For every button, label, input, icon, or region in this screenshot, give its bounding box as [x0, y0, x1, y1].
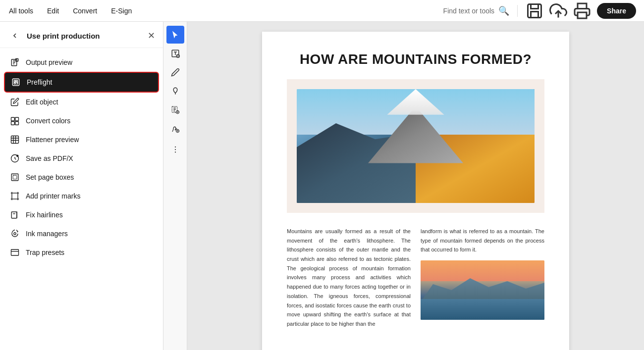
menu-item-save-pdf-x[interactable]: Save as PDF/X	[4, 149, 159, 168]
menu-label-save-pdf-x: Save as PDF/X	[26, 154, 73, 162]
toolbar	[163, 22, 187, 350]
main-layout: Use print production ✕ Output preview Pr…	[0, 22, 644, 350]
svg-rect-8	[11, 122, 15, 125]
doc-paragraph-1: Mountains are usually formed as a result…	[287, 227, 411, 329]
svg-rect-14	[13, 175, 17, 179]
small-mountain-image	[421, 260, 544, 320]
svg-rect-24	[11, 212, 17, 218]
print-icon[interactable]	[573, 2, 591, 20]
menu-label-set-page-boxes: Set page boxes	[26, 173, 74, 181]
menu-item-trap-presets[interactable]: Trap presets	[4, 243, 159, 262]
svg-rect-5	[12, 79, 19, 86]
sidebar: Use print production ✕ Output preview Pr…	[0, 22, 163, 350]
nav-convert[interactable]: Convert	[72, 5, 98, 17]
menu-item-preflight[interactable]: Preflight	[4, 72, 159, 93]
preflight-icon	[11, 77, 21, 87]
nav-edit[interactable]: Edit	[46, 5, 60, 17]
menu-item-set-page-boxes[interactable]: Set page boxes	[4, 168, 159, 187]
doc-column-left: Mountains are usually formed as a result…	[287, 227, 411, 329]
tool-text-select[interactable]	[166, 101, 184, 119]
search-area[interactable]: Find text or tools 🔍	[443, 5, 510, 16]
tool-add-text[interactable]	[166, 45, 184, 62]
menu-label-add-printer-marks: Add printer marks	[26, 192, 80, 200]
menu-label-output-preview: Output preview	[26, 58, 72, 66]
menu-item-output-preview[interactable]: Output preview	[4, 53, 159, 72]
top-nav: All tools Edit Convert E-Sign Find text …	[0, 0, 644, 22]
menu-label-trap-presets: Trap presets	[26, 249, 64, 256]
tool-select[interactable]	[166, 26, 184, 44]
upload-icon[interactable]	[549, 2, 567, 20]
menu-item-edit-object[interactable]: Edit object	[4, 93, 159, 111]
nav-divider	[517, 5, 518, 17]
menu-label-convert-colors: Convert colors	[26, 117, 70, 125]
svg-rect-2	[578, 12, 587, 18]
svg-rect-7	[15, 117, 19, 121]
set-page-boxes-icon	[10, 172, 20, 182]
tool-pencil[interactable]	[166, 63, 184, 81]
fix-hairlines-icon	[10, 210, 20, 220]
ink-managers-icon	[10, 229, 20, 239]
sidebar-title: Use print production	[27, 32, 100, 40]
tool-more[interactable]	[166, 141, 184, 158]
menu-label-flattener-preview: Flattener preview	[26, 136, 79, 144]
menu-item-flattener-preview[interactable]: Flattener preview	[4, 130, 159, 149]
hero-image-container	[287, 79, 544, 213]
nav-left: All tools Edit Convert E-Sign	[8, 5, 133, 17]
doc-title: HOW ARE MOUNTAINS FORMED?	[287, 51, 544, 67]
svg-point-35	[174, 147, 175, 148]
svg-rect-15	[12, 193, 18, 199]
nav-esign[interactable]: E-Sign	[110, 5, 133, 17]
edit-object-icon	[10, 97, 20, 107]
convert-colors-icon	[10, 116, 20, 126]
menu-item-add-printer-marks[interactable]: Add printer marks	[4, 187, 159, 205]
save-pdf-x-icon	[10, 153, 20, 163]
search-icon[interactable]: 🔍	[498, 5, 509, 16]
menu-item-ink-managers[interactable]: Ink managers	[4, 224, 159, 243]
nav-right: Find text or tools 🔍 Share	[443, 2, 636, 20]
tool-lasso[interactable]	[166, 82, 184, 100]
svg-rect-28	[11, 250, 19, 255]
menu-label-preflight: Preflight	[27, 78, 52, 86]
back-button[interactable]	[8, 29, 22, 43]
sidebar-header-left: Use print production	[8, 29, 100, 43]
doc-page: HOW ARE MOUNTAINS FORMED? Mountains are …	[262, 32, 569, 350]
svg-point-37	[174, 151, 175, 152]
close-button[interactable]: ✕	[148, 31, 155, 40]
svg-rect-13	[11, 174, 18, 181]
doc-column-right: landform is what is referred to as a mou…	[421, 227, 544, 329]
output-preview-icon	[10, 57, 20, 67]
doc-columns: Mountains are usually formed as a result…	[287, 227, 544, 329]
svg-point-12	[16, 155, 19, 157]
svg-point-36	[174, 149, 175, 150]
menu-label-ink-managers: Ink managers	[26, 230, 68, 238]
sidebar-header: Use print production ✕	[0, 22, 163, 48]
svg-rect-9	[15, 122, 19, 125]
menu-label-edit-object: Edit object	[26, 98, 58, 106]
doc-paragraph-2: landform is what is referred to as a mou…	[421, 227, 544, 254]
hero-mountain-image	[297, 89, 535, 203]
doc-area: HOW ARE MOUNTAINS FORMED? Mountains are …	[187, 22, 644, 350]
share-button[interactable]: Share	[597, 3, 636, 19]
search-label: Find text or tools	[443, 7, 495, 15]
add-printer-marks-icon	[10, 191, 20, 201]
svg-rect-10	[11, 136, 19, 144]
nav-all-tools[interactable]: All tools	[8, 5, 34, 17]
menu-item-fix-hairlines[interactable]: Fix hairlines	[4, 205, 159, 224]
menu-label-fix-hairlines: Fix hairlines	[26, 211, 63, 219]
tool-signature[interactable]	[166, 120, 184, 138]
menu-item-convert-colors[interactable]: Convert colors	[4, 111, 159, 130]
svg-rect-6	[11, 117, 15, 121]
flattener-preview-icon	[10, 135, 20, 145]
sidebar-menu: Output preview Preflight Edit object	[0, 48, 163, 267]
svg-point-27	[14, 233, 16, 235]
save-icon[interactable]	[526, 2, 543, 20]
trap-presets-icon	[10, 248, 20, 257]
